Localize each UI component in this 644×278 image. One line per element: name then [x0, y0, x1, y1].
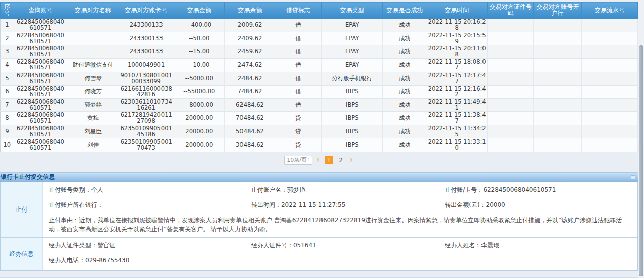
stop-payment-panel: 止付 止付账号类别：个人 止付账户名：郭梦艳 止付账/卡号：6228450068…	[0, 182, 638, 271]
transfer-amount-field: 转出金额(元)：20000	[439, 197, 637, 213]
table-cell: 贷	[275, 138, 321, 152]
table-cell	[582, 72, 638, 85]
table-cell: 借	[275, 32, 321, 45]
table-cell: 借	[275, 85, 321, 98]
table-cell	[582, 58, 638, 72]
chevron-down-icon: ˅	[308, 158, 310, 162]
table-cell: 50484.62	[224, 125, 275, 138]
column-header: 借贷标志	[275, 2, 321, 19]
column-header: 序号	[1, 2, 14, 19]
column-header: 交易时间	[427, 2, 487, 19]
table-cell	[534, 72, 582, 85]
card-no-field: 止付账/卡号：6228450068040610571	[439, 182, 637, 197]
page-button-2[interactable]: 2	[337, 156, 345, 164]
table-cell: 20000.00	[174, 125, 224, 138]
vertical-scrollbar[interactable]	[638, 0, 644, 278]
column-header: 交易对方账卡号	[119, 2, 174, 19]
scrollbar-thumb[interactable]	[639, 45, 643, 276]
transactions-table: 序号查询账号交易对方名称交易对方账卡号交易金额交易余额借贷标志交易类型交易是否成…	[0, 2, 638, 152]
table-cell	[487, 58, 533, 72]
table-row: 96228450068040610571刘星臣62350109905001451…	[1, 125, 638, 138]
table-row: 36228450068040610571243300133--15.002459…	[1, 45, 638, 58]
table-cell	[67, 45, 119, 58]
table-cell	[487, 99, 533, 112]
table-cell: 成功	[383, 85, 427, 98]
table-cell: 2474.62	[224, 58, 275, 72]
table-cell	[582, 19, 638, 32]
table-cell: 4	[1, 58, 14, 72]
transfer-time-field: 转出时间：2022-11-15 11:27:55	[245, 197, 439, 213]
table-cell	[487, 112, 533, 125]
table-cell: 20000.00	[174, 138, 224, 152]
table-cell	[582, 112, 638, 125]
table-cell: 借	[275, 45, 321, 58]
table-cell: 2022-11-15 20:16:28	[427, 19, 487, 32]
table-cell	[582, 125, 638, 138]
table-row: 26228450068040610571243300133--50.002409…	[1, 32, 638, 45]
table-cell	[582, 32, 638, 45]
table-cell: --5000.00	[174, 72, 224, 85]
table-cell: 贷	[275, 112, 321, 125]
table-cell: 分行版手机银行	[321, 72, 383, 85]
table-cell: 2459.62	[224, 45, 275, 58]
table-cell	[67, 19, 119, 32]
table-cell: IBPS	[321, 85, 383, 98]
stop-payment-group-label: 止付	[1, 182, 43, 237]
stop-reason-field: 止付事由：近期，我单位在接报刘妮被骗警情中，发现涉案人员利用贵单位相关账户 曹鸿…	[43, 213, 637, 237]
table-cell: --55000.00	[174, 85, 224, 98]
table-cell: 2022-11-15 20:11:08	[427, 45, 487, 58]
column-header: 交易对方账号开户行	[534, 2, 582, 19]
table-cell: IBPS	[321, 138, 383, 152]
table-cell	[582, 99, 638, 112]
table-cell: 成功	[383, 138, 427, 152]
table-cell	[534, 138, 582, 152]
table-cell: 62484.62	[224, 99, 275, 112]
table-cell: 243300133	[119, 32, 174, 45]
table-cell: 20000.00	[174, 112, 224, 125]
table-cell: 成功	[383, 125, 427, 138]
stop-payment-section-header[interactable]: 银行卡止付提交信息	[0, 172, 638, 182]
table-cell: 2022-11-15 11:33:10	[427, 138, 487, 152]
column-header: 交易类型	[321, 2, 383, 19]
handler-phone-field: 经办人电话：029-86755430	[43, 253, 245, 268]
table-cell	[487, 32, 533, 45]
table-row: 46228450068040610571财付通微信支付1000049901--1…	[1, 58, 638, 72]
table-cell: 7484.62	[224, 85, 275, 98]
table-cell: 黄梅	[67, 112, 119, 125]
table-cell: 刘佳	[67, 138, 119, 152]
table-cell: 6228450068040610571	[14, 72, 67, 85]
table-cell: 2022-11-15 11:49:41	[427, 99, 487, 112]
table-cell: EPAY	[321, 45, 383, 58]
main-content: 序号查询账号交易对方名称交易对方账卡号交易金额交易余额借贷标志交易类型交易是否成…	[0, 0, 638, 278]
column-header: 交易金额	[174, 2, 224, 19]
table-cell: 6228450068040610571	[14, 19, 67, 32]
table-cell: 2022-11-15 11:38:47	[427, 112, 487, 125]
table-cell: 借	[275, 99, 321, 112]
page-size-select[interactable]: 10条/页 ˅	[284, 156, 312, 165]
table-cell: 6217281942001127098	[119, 112, 174, 125]
table-cell: 借	[275, 19, 321, 32]
table-cell	[534, 112, 582, 125]
table-cell: 贷	[275, 125, 321, 138]
table-cell: 财付通微信支付	[67, 58, 119, 72]
table-cell: 何雪琴	[67, 72, 119, 85]
handler-group-label: 经办信息	[1, 238, 43, 270]
transactions-table-wrap: 序号查询账号交易对方名称交易对方账卡号交易金额交易余额借贷标志交易类型交易是否成…	[0, 2, 638, 152]
table-cell: 成功	[383, 99, 427, 112]
table-row: 56228450068040610571何雪琴90107130801001000…	[1, 72, 638, 85]
page-button-1[interactable]: 1	[325, 156, 333, 164]
table-cell: 6235010990500170473	[119, 138, 174, 152]
table-cell	[534, 58, 582, 72]
table-cell	[534, 99, 582, 112]
table-cell: 6	[1, 85, 14, 98]
collapse-icon[interactable]	[631, 175, 635, 180]
table-cell	[487, 138, 533, 152]
table-cell: --8000.00	[174, 99, 224, 112]
table-cell	[534, 45, 582, 58]
table-cell: 何晓芳	[67, 85, 119, 98]
handler-cert-type-field: 经办人证件类型：警官证	[43, 238, 245, 253]
table-cell: 2009.62	[224, 19, 275, 32]
next-page-button[interactable]: ›	[349, 156, 354, 164]
table-cell: 30484.62	[224, 138, 275, 152]
prev-page-button[interactable]: ‹	[316, 156, 321, 164]
